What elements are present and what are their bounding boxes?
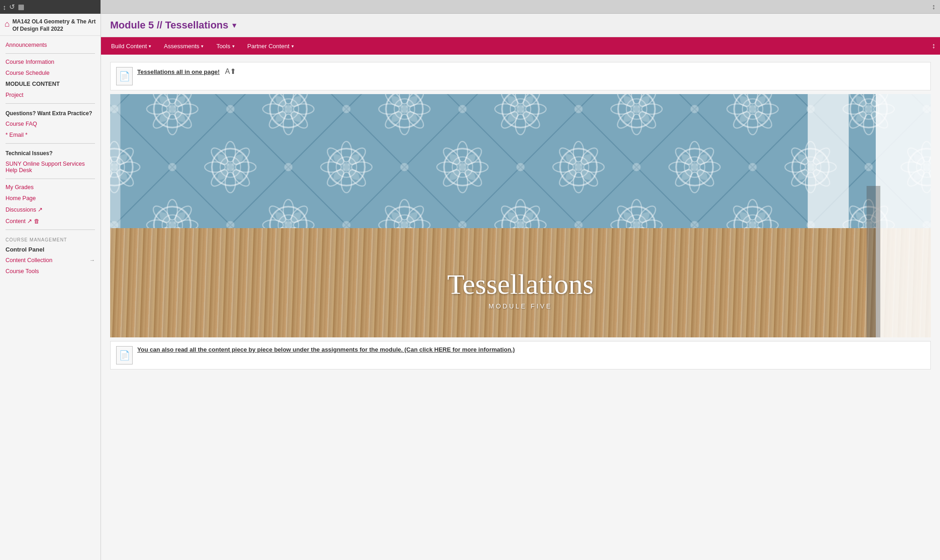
- page-title: Module 5 // Tessellations: [110, 19, 229, 31]
- ai-icon[interactable]: A⬆: [225, 67, 236, 75]
- sidebar-item-course-information[interactable]: Course Information: [0, 56, 101, 67]
- sidebar-item-content-collection[interactable]: Content Collection →: [0, 255, 101, 266]
- item-1-title-link[interactable]: Tessellations all in one page!: [137, 68, 220, 75]
- hero-title: Tessellations: [447, 268, 593, 301]
- course-management-label: COURSE MANAGEMENT: [0, 233, 101, 244]
- content-area: Module 5 // Tessellations ▾ Build Conten…: [101, 14, 940, 560]
- tools-button[interactable]: Tools ▾: [211, 40, 240, 52]
- main-area: ↕ Module 5 // Tessellations ▾ Build Cont…: [101, 0, 940, 560]
- assessments-chevron: ▾: [201, 44, 203, 49]
- refresh-icon[interactable]: ↺: [9, 3, 15, 11]
- sidebar-item-project[interactable]: Project: [0, 90, 101, 101]
- sidebar-item-email[interactable]: * Email *: [0, 129, 101, 140]
- assessments-button[interactable]: Assessments ▾: [158, 40, 209, 52]
- content-body: 📄 Tessellations all in one page! A⬆: [101, 55, 940, 560]
- hero-subtitle: MODULE FIVE: [447, 302, 593, 310]
- item-1-content: Tessellations all in one page! A⬆: [137, 67, 925, 76]
- build-content-chevron: ▾: [149, 44, 151, 49]
- item-2-document-icon: 📄: [116, 346, 133, 364]
- sidebar-item-course-schedule[interactable]: Course Schedule: [0, 67, 101, 78]
- arrow-icon: →: [90, 257, 95, 263]
- sidebar-item-announcements[interactable]: Announcements: [0, 39, 101, 50]
- item-document-icon: 📄: [116, 67, 133, 85]
- sidebar-item-discussions[interactable]: Discussions ↗: [0, 204, 101, 215]
- course-header: ⌂ MA142 OL4 Geometry & The Art Of Design…: [0, 14, 101, 36]
- action-sort-icon[interactable]: ↕: [932, 42, 935, 50]
- home-icon[interactable]: ⌂: [5, 19, 10, 29]
- section2-title: Technical Issues?: [0, 146, 101, 158]
- page-title-bar: Module 5 // Tessellations ▾: [101, 14, 940, 37]
- svg-rect-19: [110, 94, 120, 240]
- sidebar-item-suny-help[interactable]: SUNY Online Support Services Help Desk: [0, 158, 101, 176]
- partner-content-chevron: ▾: [291, 44, 294, 49]
- sidebar-item-home-page[interactable]: Home Page: [0, 193, 101, 204]
- svg-rect-18: [808, 94, 849, 240]
- sidebar: ↕ ↺ ▦ ⌂ MA142 OL4 Geometry & The Art Of …: [0, 0, 101, 560]
- sort-tool-icon[interactable]: ↕: [932, 3, 935, 11]
- wall-right: [876, 94, 931, 337]
- course-title: MA142 OL4 Geometry & The Art Of Design F…: [12, 18, 96, 33]
- item-2-title-link[interactable]: You can also read all the content piece …: [137, 346, 515, 353]
- action-bar-right: ↕: [932, 42, 935, 50]
- sidebar-item-my-grades[interactable]: My Grades: [0, 182, 101, 193]
- item-2-content: You can also read all the content piece …: [137, 346, 925, 353]
- hero-text-overlay: Tessellations MODULE FIVE: [447, 268, 593, 310]
- partner-content-button[interactable]: Partner Content ▾: [242, 40, 299, 52]
- list-item: 📄 Tessellations all in one page! A⬆: [110, 62, 931, 90]
- control-panel-title: Control Panel: [0, 244, 101, 255]
- action-bar: Build Content ▾ Assessments ▾ Tools ▾ Pa…: [101, 37, 940, 55]
- baseboard: [867, 186, 880, 337]
- sidebar-item-course-tools[interactable]: Course Tools: [0, 266, 101, 277]
- list-item: 📄 You can also read all the content piec…: [110, 341, 931, 370]
- page-title-chevron[interactable]: ▾: [232, 20, 236, 30]
- sidebar-item-course-faq[interactable]: Course FAQ: [0, 118, 101, 129]
- grid-icon[interactable]: ▦: [18, 3, 24, 11]
- tile-pattern: [110, 94, 931, 240]
- sidebar-item-module-content[interactable]: MODULE CONTENT: [0, 78, 101, 90]
- sidebar-item-content[interactable]: Content ↗ 🗑: [0, 215, 101, 227]
- build-content-button[interactable]: Build Content ▾: [106, 40, 157, 52]
- sidebar-navigation: Announcements Course Information Course …: [0, 36, 101, 280]
- tools-chevron: ▾: [232, 44, 235, 49]
- sidebar-top-bar: ↕ ↺ ▦: [0, 0, 101, 14]
- section1-title: Questions? Want Extra Practice?: [0, 106, 101, 118]
- top-toolbar: ↕: [101, 0, 940, 14]
- hero-image: Tessellations MODULE FIVE: [110, 94, 931, 337]
- sort-icon[interactable]: ↕: [3, 3, 6, 11]
